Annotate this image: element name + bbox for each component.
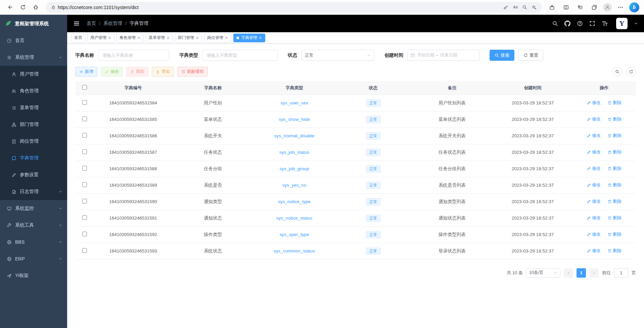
browser-home-button[interactable] [30, 2, 41, 13]
help-button[interactable] [577, 20, 583, 27]
select-all-checkbox[interactable] [82, 85, 87, 90]
favorites-button[interactable] [575, 2, 586, 13]
dict-type-link[interactable]: sys_oper_type [280, 232, 309, 237]
row-checkbox[interactable] [82, 133, 87, 138]
user-avatar[interactable]: Y [616, 18, 628, 29]
dict-type-link[interactable]: sys_user_sex [280, 100, 308, 105]
row-checkbox[interactable] [82, 182, 87, 187]
reload-button[interactable] [17, 2, 28, 13]
row-delete-button[interactable]: 删除 [607, 100, 622, 106]
profile-avatar[interactable] [603, 3, 612, 12]
address-bar[interactable]: https://ccnetcore.com:1101/system/dict [46, 2, 542, 13]
breadcrumb-item-home[interactable]: 首页 [87, 20, 96, 27]
close-icon[interactable] [166, 36, 170, 40]
close-icon[interactable] [108, 36, 111, 40]
delete-button[interactable]: 删除 [126, 67, 148, 77]
sidebar-toggle[interactable] [73, 20, 80, 27]
row-checkbox[interactable] [82, 116, 87, 121]
row-delete-button[interactable]: 删除 [607, 149, 622, 155]
sidebar-item-dict-management[interactable]: 字典管理 [0, 150, 67, 167]
row-checkbox[interactable] [82, 149, 87, 154]
sidebar-item-system-management[interactable]: 系统管理 [0, 49, 67, 66]
read-aloud-icon[interactable] [510, 3, 520, 12]
sidebar-item-param-settings[interactable]: 参数设置 [0, 167, 67, 183]
tab-user-management[interactable]: 用户管理 [87, 34, 114, 42]
row-checkbox[interactable] [82, 215, 87, 220]
fullscreen-button[interactable] [589, 20, 595, 27]
row-delete-button[interactable]: 删除 [607, 166, 622, 172]
close-icon[interactable] [259, 36, 262, 40]
tab-menu-management[interactable]: 菜单管理 [146, 34, 173, 42]
add-favorite-icon[interactable] [529, 3, 539, 12]
row-delete-button[interactable]: 删除 [607, 231, 622, 237]
row-edit-button[interactable]: 修改 [587, 100, 601, 106]
row-edit-button[interactable]: 修改 [587, 166, 601, 172]
collections-button[interactable] [589, 2, 600, 13]
row-checkbox[interactable] [82, 248, 87, 253]
row-checkbox[interactable] [82, 199, 87, 203]
row-edit-button[interactable]: 修改 [587, 133, 601, 139]
tab-role-management[interactable]: 角色管理 [117, 34, 144, 42]
copilot-button[interactable]: b [629, 2, 639, 12]
row-delete-button[interactable]: 删除 [607, 198, 622, 204]
reset-button[interactable]: 重置 [518, 50, 543, 61]
tab-dept-management[interactable]: 部门管理 [175, 34, 202, 42]
browser-menu-button[interactable] [615, 2, 626, 13]
row-delete-button[interactable]: 删除 [607, 133, 622, 139]
export-button[interactable]: 导出 [152, 67, 174, 77]
password-key-icon[interactable] [501, 3, 510, 12]
tab-home[interactable]: 首页 [71, 34, 85, 42]
sidebar-item-yi-framework[interactable]: Yi框架 [0, 267, 67, 284]
sidebar-item-log-management[interactable]: 日志管理 [0, 183, 67, 200]
sidebar-item-bbs[interactable]: BBS [0, 234, 67, 250]
sidebar-item-system-monitor[interactable]: 系统监控 [0, 200, 67, 217]
add-button[interactable]: 新增 [75, 67, 97, 77]
back-button[interactable] [5, 2, 15, 13]
row-checkbox[interactable] [82, 100, 87, 105]
dict-type-link[interactable]: sys_job_status [279, 150, 309, 155]
dict-type-link[interactable]: sys_notice_type [278, 199, 311, 204]
sidebar-item-menu-management[interactable]: 菜单管理 [0, 99, 67, 116]
sidebar-item-home[interactable]: 首页 [0, 32, 67, 49]
extensions-button[interactable] [547, 2, 557, 13]
breadcrumb-item-system[interactable]: 系统管理 [103, 20, 122, 27]
dict-type-link[interactable]: sys_notice_status [276, 216, 312, 221]
chevron-down-icon[interactable] [634, 21, 638, 26]
edit-button[interactable]: 修改 [101, 67, 123, 77]
refresh-table-button[interactable] [626, 67, 636, 77]
refresh-cache-button[interactable]: 刷新缓存 [177, 67, 208, 77]
row-delete-button[interactable]: 删除 [607, 182, 622, 188]
sidebar-item-post-management[interactable]: 岗位管理 [0, 133, 67, 150]
split-screen-button[interactable] [561, 2, 571, 13]
header-search-button[interactable] [552, 20, 558, 27]
row-delete-button[interactable]: 删除 [607, 116, 622, 122]
date-range-input[interactable]: 开始日期 - 结束日期 [407, 50, 479, 61]
dict-type-link[interactable]: sys_job_group [280, 166, 309, 171]
dict-type-link[interactable]: sys_show_hide [279, 117, 310, 122]
row-edit-button[interactable]: 修改 [587, 182, 601, 188]
sidebar-item-erp[interactable]: ERP [0, 250, 67, 267]
tab-post-management[interactable]: 岗位管理 [204, 34, 231, 42]
row-edit-button[interactable]: 修改 [587, 116, 601, 122]
close-icon[interactable] [137, 36, 141, 40]
row-edit-button[interactable]: 修改 [587, 149, 601, 155]
goto-page-input[interactable] [614, 268, 628, 278]
prev-page-button[interactable] [564, 268, 573, 278]
sidebar-item-user-management[interactable]: 用户管理 [0, 66, 67, 83]
next-page-button[interactable] [589, 268, 599, 278]
font-size-button[interactable] [602, 20, 608, 27]
toggle-search-button[interactable] [612, 67, 622, 77]
sidebar-item-system-tools[interactable]: 系统工具 [0, 217, 67, 234]
close-icon[interactable] [195, 36, 199, 40]
dict-type-link[interactable]: sys_yes_no [282, 183, 306, 188]
row-delete-button[interactable]: 删除 [607, 215, 622, 221]
zoom-icon[interactable] [520, 3, 529, 12]
row-edit-button[interactable]: 修改 [587, 198, 601, 204]
dict-type-link[interactable]: sys_common_status [274, 248, 315, 253]
dict-name-input[interactable] [98, 50, 169, 61]
page-1-button[interactable]: 1 [577, 268, 586, 278]
tab-dict-management[interactable]: 字典管理 [233, 34, 265, 42]
sidebar-item-role-management[interactable]: 角色管理 [0, 83, 67, 99]
search-button[interactable]: 搜索 [490, 50, 514, 61]
row-edit-button[interactable]: 修改 [587, 231, 601, 237]
